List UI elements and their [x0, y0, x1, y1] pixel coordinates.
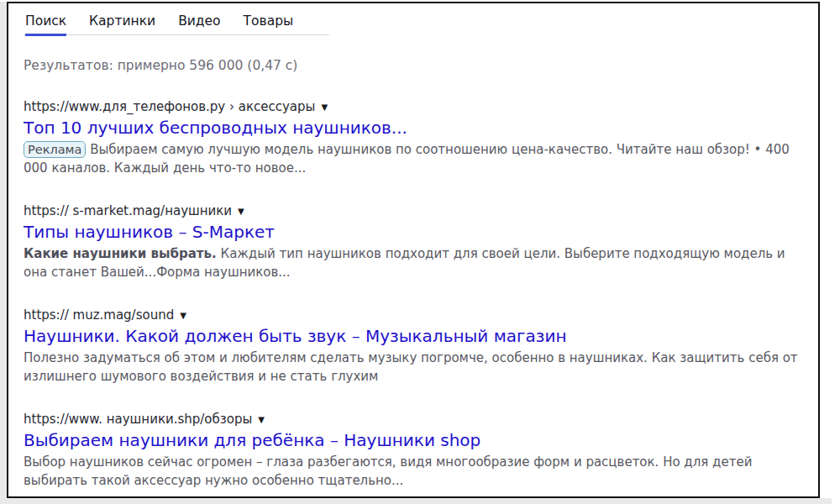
- snippet-text: Выбираем самую лучшую модель наушников п…: [24, 142, 790, 176]
- ad-badge: Реклама: [24, 141, 86, 158]
- result-title-link[interactable]: Выбираем наушники для ребёнка – Наушники…: [24, 430, 803, 450]
- tab-videos[interactable]: Видео: [178, 13, 220, 36]
- tab-images[interactable]: Картинки: [89, 13, 155, 36]
- result-url: https://www.для_телефонов.ру › аксессуар…: [24, 99, 315, 114]
- search-result: https:// muz.mag/sound ▼ Наушники. Какой…: [24, 307, 803, 386]
- url-dropdown-icon[interactable]: ▼: [180, 311, 186, 320]
- url-dropdown-icon[interactable]: ▼: [258, 415, 265, 424]
- search-result: https://www. наушники.shp/обзоры ▼ Выбир…: [24, 412, 803, 490]
- result-title-link[interactable]: Топ 10 лучших беспроводных наушников...: [24, 118, 803, 138]
- search-result: https://www.для_телефонов.ру › аксессуар…: [24, 99, 803, 177]
- tab-bar: Поиск Картинки Видео Товары: [24, 13, 329, 35]
- result-title-link[interactable]: Наушники. Какой должен быть звук – Музык…: [24, 326, 803, 346]
- window-edge-bottom: [0, 498, 832, 504]
- result-url: https:// s-market.mag/наушники: [24, 203, 232, 218]
- results-list: https://www.для_телефонов.ру › аксессуар…: [24, 99, 803, 490]
- url-dropdown-icon[interactable]: ▼: [238, 207, 244, 216]
- result-snippet: Выбор наушников сейчас огромен – глаза р…: [24, 453, 803, 490]
- tab-search[interactable]: Поиск: [25, 13, 66, 36]
- result-url-line: https:// muz.mag/sound ▼: [24, 307, 803, 323]
- result-snippet: Полезно задуматься об этом и любителям с…: [24, 349, 803, 386]
- snippet-bold-text: Какие наушники выбрать.: [24, 246, 217, 261]
- result-url: https://www. наушники.shp/обзоры: [24, 412, 252, 427]
- result-url-line: https://www. наушники.shp/обзоры ▼: [24, 412, 803, 427]
- url-dropdown-icon[interactable]: ▼: [321, 102, 328, 112]
- snippet-text: Выбор наушников сейчас огромен – глаза р…: [24, 454, 752, 488]
- search-result: https:// s-market.mag/наушники ▼ Типы на…: [24, 203, 803, 281]
- search-results-page: Поиск Картинки Видео Товары Результатов:…: [7, 2, 820, 498]
- result-snippet: Реклама Выбираем самую лучшую модель нау…: [24, 140, 803, 177]
- result-url-line: https:// s-market.mag/наушники ▼: [24, 203, 803, 218]
- result-url: https:// muz.mag/sound: [24, 307, 174, 323]
- tab-products[interactable]: Товары: [244, 13, 294, 36]
- snippet-text: Полезно задуматься об этом и любителям с…: [24, 350, 798, 384]
- results-stats: Результатов: примерно 596 000 (0,47 с): [24, 58, 803, 73]
- window-edge-left: [0, 2, 7, 502]
- result-snippet: Какие наушники выбрать. Каждый тип наушн…: [24, 244, 803, 281]
- result-title-link[interactable]: Типы наушников – S-Маркет: [24, 222, 803, 242]
- result-url-line: https://www.для_телефонов.ру › аксессуар…: [24, 99, 803, 114]
